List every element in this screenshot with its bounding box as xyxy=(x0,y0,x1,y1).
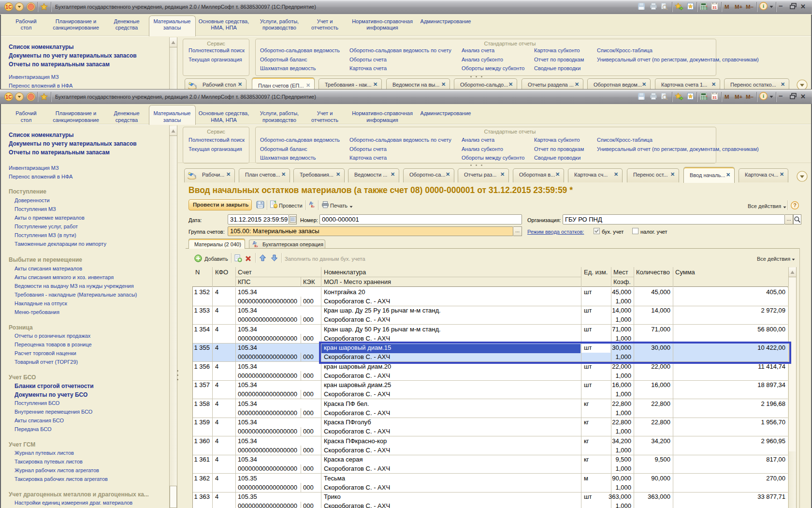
svg-text:31: 31 xyxy=(712,5,717,10)
svg-text:1С: 1С xyxy=(6,4,12,10)
svg-text:i: i xyxy=(763,3,764,9)
